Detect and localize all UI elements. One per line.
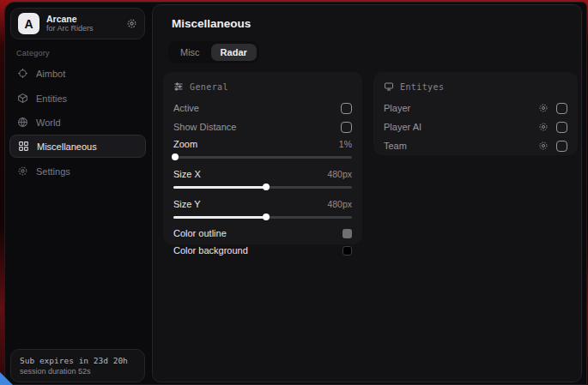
grid-icon xyxy=(18,141,29,152)
sidebar-item-world[interactable]: World xyxy=(9,111,146,134)
sidebar-item-entities[interactable]: Entities xyxy=(9,87,146,110)
general-panel-header: General xyxy=(173,81,352,93)
monitor-icon xyxy=(384,81,394,92)
globe-icon xyxy=(17,117,28,128)
crosshair-icon xyxy=(17,68,28,79)
size-x-value: 480px xyxy=(327,169,352,179)
zoom-value: 1% xyxy=(339,139,352,149)
sidebar-item-settings[interactable]: Settings xyxy=(9,159,146,183)
zoom-slider-track xyxy=(173,156,352,159)
entity-label: Team xyxy=(384,141,407,151)
sidebar-item-aimbot[interactable]: Aimbot xyxy=(9,62,146,85)
app-window: A Arcane for Arc Riders Category Aimbot xyxy=(4,2,587,385)
app-titles: Arcane for Arc Riders xyxy=(46,14,119,33)
zoom-row: Zoom 1% xyxy=(173,136,352,152)
general-panel: General Active Show Distance Zoom 1% Siz… xyxy=(163,72,362,244)
color-outline-row: Color outline xyxy=(173,225,352,242)
box-icon xyxy=(17,93,28,104)
entity-label: Player AI xyxy=(384,122,421,132)
tab-group: Misc Radar xyxy=(168,41,259,63)
tab-radar[interactable]: Radar xyxy=(211,44,257,61)
size-y-value: 480px xyxy=(327,199,352,209)
zoom-slider[interactable] xyxy=(173,153,352,161)
sub-expiry-text: Sub expires in 23d 20h xyxy=(20,356,136,365)
entity-gear-icon[interactable] xyxy=(538,122,549,132)
app-name: Arcane xyxy=(46,14,119,24)
active-label: Active xyxy=(173,103,199,113)
sidebar: A Arcane for Arc Riders Category Aimbot xyxy=(5,3,151,384)
size-x-label: Size X xyxy=(173,169,201,179)
size-y-slider-thumb[interactable] xyxy=(263,214,270,220)
show-distance-row: Show Distance xyxy=(173,117,352,136)
entity-label: Player xyxy=(384,103,410,113)
zoom-label: Zoom xyxy=(173,139,197,149)
entity-row-player: Player xyxy=(384,99,567,117)
sidebar-item-label: World xyxy=(36,117,61,128)
sidebar-item-label: Aimbot xyxy=(36,69,65,79)
sidebar-item-label: Entities xyxy=(36,93,67,104)
color-outline-label: Color outline xyxy=(173,228,227,238)
entities-panel: Entityes Player Player AI xyxy=(373,72,578,155)
color-background-row: Color background xyxy=(173,242,352,259)
color-background-label: Color background xyxy=(173,245,248,256)
size-x-slider[interactable] xyxy=(173,183,352,191)
size-y-slider-fill xyxy=(173,216,266,219)
category-label: Category xyxy=(16,49,50,57)
entity-gear-icon[interactable] xyxy=(538,103,549,113)
size-x-slider-thumb[interactable] xyxy=(263,183,270,190)
entity-gear-icon[interactable] xyxy=(538,141,549,151)
general-panel-title: General xyxy=(190,82,228,92)
main-panel: Miscellaneous Misc Radar General Active xyxy=(152,4,582,382)
entity-row-player-ai: Player AI xyxy=(384,117,567,136)
gear-icon xyxy=(17,165,28,177)
sidebar-item-label: Settings xyxy=(36,166,70,177)
app-logo: A xyxy=(18,13,39,34)
size-y-row: Size Y 480px xyxy=(173,196,352,212)
active-checkbox[interactable] xyxy=(341,103,352,114)
entity-checkbox[interactable] xyxy=(556,122,567,133)
entity-row-team: Team xyxy=(384,136,567,155)
app-header-card: A Arcane for Arc Riders xyxy=(10,8,145,39)
sidebar-item-miscellaneous[interactable]: Miscellaneous xyxy=(9,135,146,158)
size-x-slider-fill xyxy=(173,186,266,189)
show-distance-checkbox[interactable] xyxy=(341,122,352,133)
color-background-swatch[interactable] xyxy=(342,246,352,256)
entities-panel-header: Entityes xyxy=(384,81,567,93)
page-title: Miscellaneous xyxy=(172,17,251,30)
size-y-label: Size Y xyxy=(173,199,201,209)
entities-panel-title: Entityes xyxy=(400,82,444,92)
session-duration-text: session duration 52s xyxy=(20,367,136,376)
sliders-icon xyxy=(173,81,184,92)
active-row: Active xyxy=(173,99,352,117)
tab-misc[interactable]: Misc xyxy=(171,44,209,61)
zoom-slider-thumb[interactable] xyxy=(172,153,179,160)
size-y-slider[interactable] xyxy=(173,213,352,221)
cursor-artifact xyxy=(0,372,13,385)
subscription-card: Sub expires in 23d 20h session duration … xyxy=(10,349,145,382)
color-outline-swatch[interactable] xyxy=(342,229,352,238)
app-settings-gear-icon[interactable] xyxy=(126,18,137,29)
show-distance-label: Show Distance xyxy=(173,122,236,132)
entity-checkbox[interactable] xyxy=(556,141,567,152)
sidebar-item-label: Miscellaneous xyxy=(37,141,97,152)
size-x-row: Size X 480px xyxy=(173,166,352,182)
app-subtitle: for Arc Riders xyxy=(46,24,119,33)
entity-checkbox[interactable] xyxy=(556,103,567,114)
